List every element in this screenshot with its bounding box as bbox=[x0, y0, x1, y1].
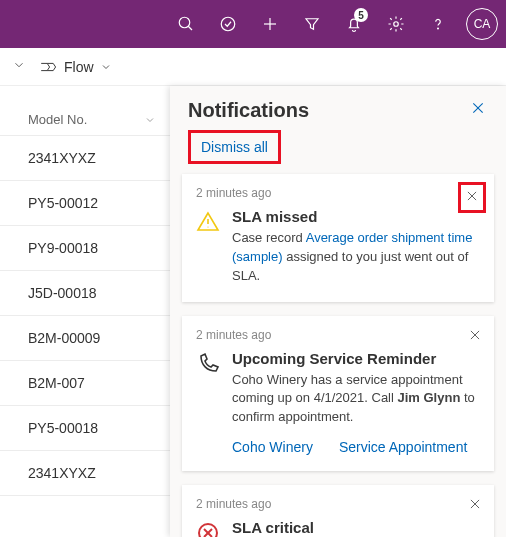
bell-icon[interactable]: 5 bbox=[334, 0, 374, 48]
notification-badge: 5 bbox=[354, 8, 368, 22]
notification-title: Upcoming Service Reminder bbox=[232, 350, 480, 367]
table-row[interactable]: J5D-00018 bbox=[0, 271, 170, 316]
flow-dropdown[interactable]: Flow bbox=[40, 59, 112, 75]
svg-point-12 bbox=[207, 226, 208, 227]
table-row[interactable]: PY9-00018 bbox=[0, 226, 170, 271]
notification-title: SLA missed bbox=[232, 208, 480, 225]
notification-time: 2 minutes ago bbox=[196, 328, 480, 342]
close-panel-icon[interactable] bbox=[464, 94, 492, 126]
dismiss-notification-icon[interactable] bbox=[464, 324, 486, 349]
notifications-panel: Notifications Dismiss all 2 minutes ago … bbox=[170, 86, 506, 537]
notification-title: SLA critical bbox=[232, 519, 480, 536]
phone-icon bbox=[196, 352, 220, 456]
panel-title: Notifications bbox=[188, 99, 309, 122]
data-column: Model No. 2341XYXZ PY5-00012 PY9-00018 J… bbox=[0, 86, 170, 537]
action-link[interactable]: Service Appointment bbox=[339, 439, 467, 455]
avatar[interactable]: CA bbox=[466, 8, 498, 40]
add-icon[interactable] bbox=[250, 0, 290, 48]
table-row[interactable]: 2341XYXZ bbox=[0, 136, 170, 181]
column-header-model-no[interactable]: Model No. bbox=[0, 104, 170, 136]
dismiss-notification-icon[interactable] bbox=[464, 493, 486, 518]
search-icon[interactable] bbox=[166, 0, 206, 48]
notification-description: Case record Average order shipment time … bbox=[232, 229, 480, 286]
critical-icon bbox=[196, 521, 220, 537]
notification-card: 2 minutes ago SLA critical Case record C… bbox=[182, 485, 494, 537]
table-row[interactable]: B2M-00009 bbox=[0, 316, 170, 361]
notification-card: 2 minutes ago Upcoming Service Reminder … bbox=[182, 316, 494, 472]
svg-point-17 bbox=[199, 524, 217, 537]
dismiss-all-link[interactable]: Dismiss all bbox=[188, 130, 281, 164]
command-bar: Flow bbox=[0, 48, 506, 86]
task-icon[interactable] bbox=[208, 0, 248, 48]
filter-icon[interactable] bbox=[292, 0, 332, 48]
svg-point-0 bbox=[179, 17, 190, 28]
svg-point-5 bbox=[394, 22, 399, 27]
global-top-bar: 5 CA bbox=[0, 0, 506, 48]
svg-point-6 bbox=[438, 28, 439, 29]
notification-description: Coho Winery has a service appointment co… bbox=[232, 371, 480, 428]
table-row[interactable]: PY5-00012 bbox=[0, 181, 170, 226]
svg-line-1 bbox=[188, 26, 192, 30]
table-row[interactable]: PY5-00018 bbox=[0, 406, 170, 451]
action-link[interactable]: Coho Winery bbox=[232, 439, 313, 455]
column-header-label: Model No. bbox=[28, 112, 87, 127]
table-row[interactable]: B2M-007 bbox=[0, 361, 170, 406]
flow-label: Flow bbox=[64, 59, 94, 75]
svg-point-2 bbox=[221, 17, 235, 31]
dismiss-notification-icon[interactable] bbox=[458, 182, 486, 213]
notification-card: 2 minutes ago SLA missed Case record Ave… bbox=[182, 174, 494, 302]
table-row[interactable]: 2341XYXZ bbox=[0, 451, 170, 496]
notification-time: 2 minutes ago bbox=[196, 186, 480, 200]
warning-icon bbox=[196, 210, 220, 286]
notification-time: 2 minutes ago bbox=[196, 497, 480, 511]
gear-icon[interactable] bbox=[376, 0, 416, 48]
chevron-down-icon[interactable] bbox=[12, 58, 26, 75]
help-icon[interactable] bbox=[418, 0, 458, 48]
